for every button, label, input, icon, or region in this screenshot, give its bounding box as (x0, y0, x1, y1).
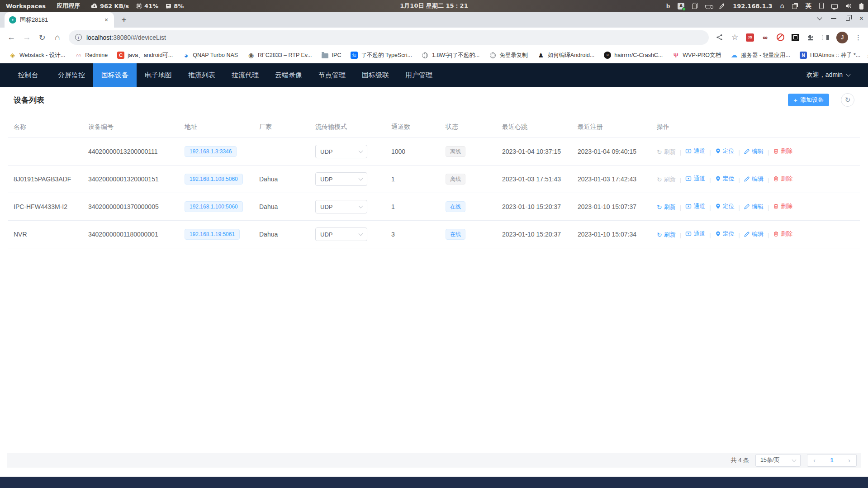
action-locate[interactable]: 定位 (715, 230, 735, 238)
nav-item-pull-proxy[interactable]: 拉流代理 (223, 63, 267, 87)
action-locate[interactable]: 定位 (715, 202, 735, 210)
coffee-cup-icon[interactable] (705, 5, 711, 9)
bookmark-article[interactable]: 1.8W字|了不起的... (419, 52, 482, 59)
side-panel-icon[interactable] (821, 33, 830, 42)
memory-usage-indicator[interactable]: 8% (166, 3, 184, 9)
refresh-list-button[interactable]: ↻ (841, 93, 854, 107)
cell-device-id: 34020000001320000151 (83, 166, 179, 193)
bookmark-redmine[interactable]: ∩∩Redmine (72, 52, 110, 59)
action-channel[interactable]: 通道 (685, 230, 705, 238)
home-icon[interactable]: ⌂ (780, 2, 784, 10)
extensions-puzzle-icon[interactable] (806, 33, 814, 42)
action-refresh[interactable]: ↻刷新 (657, 148, 676, 156)
nav-item-gb-devices[interactable]: 国标设备 (93, 63, 137, 87)
bookmark-qnap[interactable]: ◕QNAP Turbo NAS (180, 52, 241, 59)
reload-button[interactable]: ↻ (34, 30, 50, 45)
volume-icon[interactable] (845, 3, 852, 9)
browser-home-button[interactable]: ⌂ (50, 30, 65, 45)
action-locate[interactable]: 定位 (715, 147, 735, 155)
bookmark-star-icon[interactable]: ☆ (730, 33, 739, 42)
screen-rotation-icon[interactable] (819, 3, 824, 9)
new-tab-button[interactable]: + (118, 14, 130, 26)
nav-item-split-monitor[interactable]: 分屏监控 (50, 63, 93, 87)
stream-mode-select[interactable]: UDP (315, 172, 367, 186)
input-method-indicator[interactable]: 英 (806, 2, 811, 10)
profile-avatar[interactable]: J (836, 32, 848, 43)
address-bar[interactable]: i localhost:38080/#/deviceList (69, 30, 709, 45)
action-refresh[interactable]: ↻刷新 (657, 175, 676, 184)
action-locate[interactable]: 定位 (715, 175, 735, 183)
prev-page-button[interactable]: ‹ (813, 457, 816, 464)
nav-item-emap[interactable]: 电子地图 (137, 63, 180, 87)
nav-item-gb-cascade[interactable]: 国标级联 (354, 63, 397, 87)
action-delete[interactable]: 删除 (773, 175, 792, 183)
action-delete[interactable]: 删除 (773, 202, 792, 210)
action-edit[interactable]: 编辑 (744, 147, 764, 156)
stream-mode-select[interactable]: UDP (315, 145, 367, 158)
clock[interactable]: 1月10日 星期二 15：21 (400, 2, 468, 10)
bookmark-folder-ipc[interactable]: IPC (319, 52, 344, 59)
next-page-button[interactable]: › (848, 457, 850, 464)
bookmark-webstack[interactable]: ◈Webstack - 设计... (6, 52, 68, 59)
add-device-button[interactable]: +添加设备 (788, 94, 829, 106)
nav-item-user-mgmt[interactable]: 用户管理 (397, 63, 441, 87)
action-edit[interactable]: 编辑 (744, 203, 764, 211)
cpu-usage-indicator[interactable]: 41% (136, 3, 158, 9)
action-channel[interactable]: 通道 (685, 147, 705, 155)
nav-item-cloud-record[interactable]: 云端录像 (267, 63, 310, 87)
bookmark-cloud-server[interactable]: ☁服务器 - 轻量应用... (728, 52, 793, 59)
bookmark-rfc2833[interactable]: ◉RFC2833 – RTP Ev... (245, 52, 315, 59)
display-icon[interactable] (831, 4, 838, 9)
extension-proxy-icon[interactable]: ∞ (761, 33, 769, 42)
action-edit[interactable]: 编辑 (744, 230, 764, 238)
forward-button[interactable]: → (19, 30, 34, 45)
action-channel[interactable]: 通道 (685, 202, 705, 210)
pagination-bar: 共 4 条 15条/页 ‹ 1 › (7, 453, 861, 468)
action-delete[interactable]: 删除 (773, 230, 792, 238)
bookmark-android-compile[interactable]: ♟如何编译Android... (535, 52, 598, 59)
bookmark-github[interactable]: ∪hairrrrr/C-CrashC... (601, 52, 665, 59)
color-picker-icon[interactable] (719, 3, 725, 9)
workspaces-button[interactable]: Workspaces (6, 3, 46, 9)
nav-item-console[interactable]: 控制台 (6, 63, 50, 87)
bookmark-zhihu[interactable]: 知了不起的 TypeScri... (348, 52, 415, 59)
applications-button[interactable]: 应用程序 (57, 2, 80, 10)
back-button[interactable]: ← (4, 30, 19, 45)
tab-search-chevron-icon[interactable] (817, 15, 822, 20)
extension-darkmode-icon[interactable] (792, 34, 799, 41)
extension-js-icon[interactable]: JS (746, 33, 754, 42)
nav-item-node-mgmt[interactable]: 节点管理 (310, 63, 354, 87)
clipboard-icon[interactable] (692, 3, 697, 9)
battery-icon[interactable] (859, 4, 863, 9)
qnap-icon: ◕ (182, 52, 190, 59)
action-edit[interactable]: 编辑 (744, 175, 764, 183)
bookmark-hdatmos[interactable]: NHDAtmos :: 种子 *... (797, 52, 863, 59)
stream-mode-select[interactable]: UDP (315, 200, 367, 213)
share-icon[interactable] (715, 33, 724, 42)
window-close-button[interactable]: × (859, 15, 863, 22)
action-refresh[interactable]: ↻刷新 (657, 203, 676, 211)
current-page-number[interactable]: 1 (830, 457, 833, 464)
bookmark-wvp-docs[interactable]: ΨWVP-PRO文档 (669, 52, 724, 59)
action-delete[interactable]: 删除 (773, 147, 792, 155)
bookmark-nologin-copy[interactable]: 免登录复制 (486, 52, 531, 59)
browser-menu-icon[interactable]: ⋮ (855, 33, 862, 42)
action-refresh[interactable]: ↻刷新 (657, 231, 676, 239)
ip-address-indicator[interactable]: 192.168.1.3 (733, 3, 772, 9)
nav-item-push-list[interactable]: 推流列表 (180, 63, 223, 87)
extension-adblock-icon[interactable] (776, 33, 785, 42)
window-restore-button[interactable] (846, 17, 850, 21)
tab-close-icon[interactable]: × (102, 16, 110, 24)
bookmark-csdn[interactable]: Cjava、android可... (114, 52, 175, 59)
site-info-icon[interactable]: i (75, 34, 82, 41)
bing-icon[interactable]: b (666, 3, 670, 9)
stream-mode-select[interactable]: UDP (315, 227, 367, 241)
window-minimize-button[interactable] (831, 18, 836, 19)
user-menu[interactable]: 欢迎，admin (806, 63, 850, 87)
browser-tab[interactable]: ✦ 国标28181 × (5, 12, 114, 28)
network-speed-indicator[interactable]: 962 KB/s (91, 3, 129, 9)
page-size-select[interactable]: 15条/页 (755, 454, 801, 467)
screenshot-app-icon[interactable]: A (678, 3, 684, 9)
action-channel[interactable]: 通道 (685, 175, 705, 183)
workspace-switcher-icon[interactable] (792, 3, 798, 9)
